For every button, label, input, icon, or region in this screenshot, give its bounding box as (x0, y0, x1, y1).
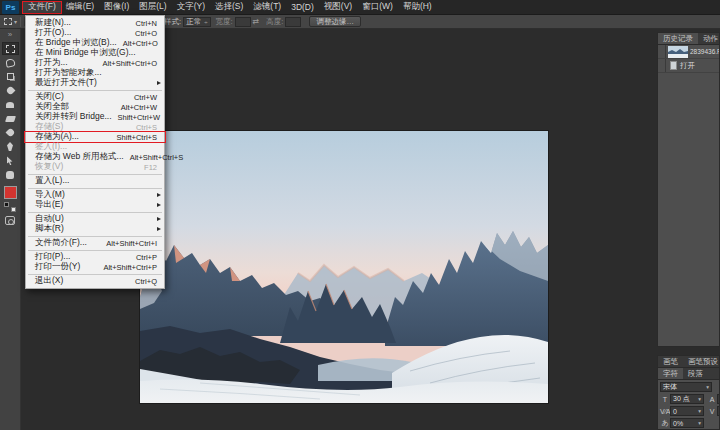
menu-select[interactable]: 选择(S) (210, 1, 248, 14)
brush-panel-group: 画笔 画笔预设 (657, 355, 720, 367)
chevron-down-icon: ▾ (698, 420, 701, 426)
photoshop-logo: Ps (2, 1, 19, 14)
tab-actions[interactable]: 动作 (698, 33, 720, 44)
snapshot-thumbnail (668, 46, 688, 58)
refine-edge-button[interactable]: 调整边缘… (309, 16, 361, 27)
tools-panel: » (0, 29, 21, 430)
tab-history[interactable]: 历史记录 (658, 33, 698, 44)
style-label: 样式: (164, 17, 181, 27)
proportional-spacing-dropdown[interactable]: 0% ▾ (670, 418, 704, 428)
tab-brush-presets[interactable]: 画笔预设 (683, 356, 720, 367)
character-panel: 字符 段落 宋体 ▾ T 30 点 ▾ A V (657, 367, 720, 430)
quick-mask-icon[interactable] (5, 216, 15, 225)
crop-tool[interactable] (2, 70, 19, 83)
file-page-icon (670, 61, 677, 70)
blur-tool[interactable] (2, 126, 19, 139)
hand-tool[interactable] (2, 168, 19, 181)
menu-type[interactable]: 文字(Y) (172, 1, 210, 14)
menu-view[interactable]: 视图(V) (319, 1, 357, 14)
character-panel-body: 宋体 ▾ T 30 点 ▾ A V⁄A 0 ▾ V (657, 379, 720, 430)
eraser-tool[interactable] (2, 112, 19, 125)
menu-layer[interactable]: 图层(L) (134, 1, 171, 14)
width-label: 宽度: (216, 17, 233, 27)
pen-tool[interactable] (2, 140, 19, 153)
tab-paragraph[interactable]: 段落 (683, 368, 708, 379)
brush-panel-tabs: 画笔 画笔预设 (657, 355, 720, 367)
default-colors-icon[interactable] (4, 202, 16, 212)
font-size-icon: T (660, 396, 670, 403)
menu-bar-items: 文件(F) 编辑(E) 图像(I) 图层(L) 文字(Y) 选择(S) (23, 0, 437, 15)
kerning-dropdown[interactable]: 0 ▾ (670, 406, 704, 416)
foreground-color-mini-swatch (4, 202, 9, 207)
mountain-photo (140, 131, 548, 403)
menu-item-revert[interactable]: 恢复(V) F12 (26, 162, 164, 172)
clone-stamp-tool[interactable] (2, 98, 19, 111)
menu-image[interactable]: 图像(I) (99, 1, 134, 14)
menu-item-scripts[interactable]: 脚本(R) (26, 224, 164, 234)
rectangular-marquee-tool[interactable] (2, 42, 19, 55)
swap-dimensions-icon[interactable]: ⇄ (253, 17, 260, 26)
tool-list (2, 42, 19, 182)
menu-file[interactable]: 文件(F) (23, 1, 61, 14)
snapshot-filename: 2839436.PNG (690, 48, 719, 55)
file-menu-dropdown: 新建(N)... Ctrl+N 打开(O)... Ctrl+O 在 Bridge… (25, 15, 165, 289)
eyedropper-tool[interactable] (2, 84, 19, 97)
width-input[interactable] (235, 17, 251, 27)
menu-item-file-info[interactable]: 文件简介(F)... Alt+Shift+Ctrl+I (26, 238, 164, 248)
menu-edit[interactable]: 编辑(E) (61, 1, 99, 14)
chevron-down-icon: ▾ (706, 384, 709, 390)
menu-item-exit[interactable]: 退出(X) Ctrl+Q (26, 276, 164, 286)
chevron-down-icon: ÷ (204, 19, 207, 25)
chevron-down-icon: ▾ (698, 408, 701, 414)
character-panel-tabs: 字符 段落 (657, 367, 720, 379)
height-label: 高度: (266, 17, 283, 27)
foreground-color-swatch[interactable] (4, 186, 17, 199)
style-dropdown[interactable]: 正常 ÷ (183, 17, 210, 27)
chevron-down-icon: ▾ (698, 396, 701, 402)
font-family-dropdown[interactable]: 宋体 ▾ (660, 382, 712, 392)
collapse-panel-icon[interactable]: » (8, 31, 12, 39)
menu-bar: Ps 文件(F) 编辑(E) 图像(I) 图层(L) 文字(Y) (0, 0, 720, 15)
divider (20, 17, 21, 27)
history-states: 打开 (658, 59, 719, 73)
document-canvas[interactable] (140, 131, 548, 403)
proportional-spacing-icon: あ (660, 418, 670, 428)
menu-item-print-one-copy[interactable]: 打印一份(Y) Alt+Shift+Ctrl+P (26, 262, 164, 272)
history-brush-source-column[interactable] (658, 45, 666, 58)
history-state-open[interactable]: 打开 (658, 59, 719, 73)
chevron-down-icon: ▾ (14, 18, 17, 25)
kerning-icon: V⁄A (660, 408, 670, 415)
photoshop-window: Ps 文件(F) 编辑(E) 图像(I) 图层(L) 文字(Y) (0, 0, 720, 430)
path-selection-tool[interactable] (2, 154, 19, 167)
leading-icon: A (707, 396, 717, 403)
rectangular-marquee-icon (4, 18, 12, 25)
background-color-mini-swatch (11, 207, 16, 212)
menu-item-open-recent[interactable]: 最近打开文件(T) (26, 78, 164, 88)
font-size-dropdown[interactable]: 30 点 ▾ (670, 394, 704, 404)
menu-help[interactable]: 帮助(H) (398, 1, 437, 14)
history-snapshot-row[interactable]: 2839436.PNG (658, 45, 719, 59)
menu-item-export[interactable]: 导出(E) (26, 200, 164, 210)
menu-window[interactable]: 窗口(W) (357, 1, 398, 14)
menu-3d[interactable]: 3D(D) (286, 1, 319, 14)
tab-brush[interactable]: 画笔 (658, 356, 683, 367)
height-input[interactable] (285, 17, 301, 27)
lasso-tool[interactable] (2, 56, 19, 69)
menu-filter[interactable]: 滤镜(T) (248, 1, 286, 14)
history-brush-source-column[interactable] (658, 59, 666, 72)
tracking-icon: V (707, 408, 717, 415)
history-panel: 历史记录 动作 2839436.PNG 打开 (657, 32, 720, 347)
tab-character[interactable]: 字符 (658, 368, 683, 379)
tool-preset-picker[interactable]: ▾ (4, 18, 17, 25)
menu-item-place[interactable]: 置入(L)... (26, 176, 164, 186)
history-panel-tabs: 历史记录 动作 (657, 32, 720, 44)
history-panel-body: 2839436.PNG 打开 (657, 44, 720, 347)
